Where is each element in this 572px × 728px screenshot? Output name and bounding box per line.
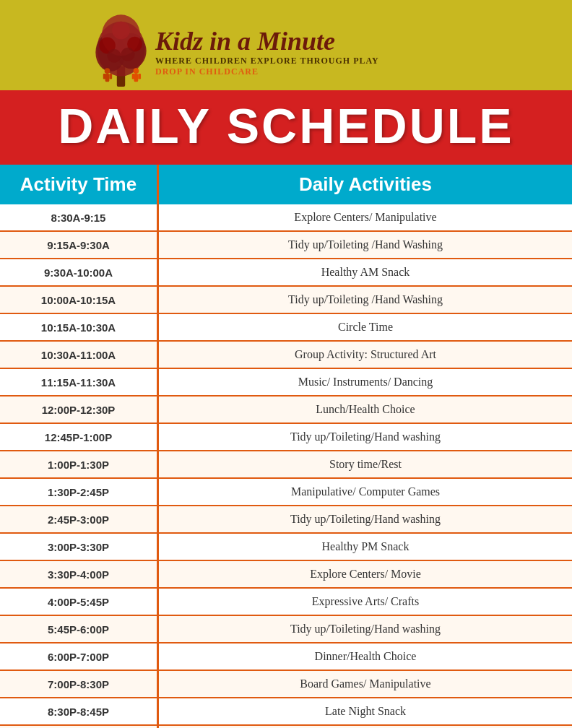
time-value: 6:00P-7:00P [48,651,109,663]
activity-cell: Manipulative/ Computer Games [159,479,572,505]
time-cell: 6:00P-7:00P [0,644,159,670]
svg-point-7 [112,22,130,40]
time-cell: 7:00P-8:30P [0,671,159,697]
time-value: 12:00P-12:30P [42,404,116,416]
time-cell: 8:30A-9:15 [0,204,159,230]
time-value: 1:30P-2:45P [48,486,109,498]
table-row: 3:30P-4:00PExplore Centers/ Movie [0,561,572,589]
svg-rect-17 [138,74,141,79]
activity-value: Explore Centers/ Manipulative [294,211,436,224]
time-value: 9:30A-10:00A [44,266,113,279]
table-header: Activity Time Daily Activities [0,165,572,204]
activity-value: Explore Centers/ Movie [310,568,421,581]
activity-cell: Group Activity: Structured Art [159,342,572,368]
time-cell: 8:30P-8:45P [0,698,159,724]
brand-name: Kidz in a Minute [155,27,379,56]
svg-point-14 [134,68,139,74]
svg-point-8 [108,49,121,63]
table-row: 8:30P-8:45PLate Night Snack [0,698,572,726]
time-cell: 4:00P-5:45P [0,589,159,615]
table-row: 1:00P-1:30PStory time/Rest [0,451,572,479]
svg-point-10 [105,68,110,74]
time-value: 10:30A-11:00A [41,349,116,361]
activity-value: Healthy PM Snack [322,540,410,553]
activity-value: Dinner/Health Choice [315,650,417,663]
schedule-table: 8:30A-9:15Explore Centers/ Manipulative9… [0,204,572,728]
activity-value: Late Night Snack [325,705,406,718]
table-row: 10:00A-10:15ATidy up/Toileting /Hand Was… [0,287,572,314]
time-value: 5:45P-6:00P [48,623,109,636]
activity-cell: Music/ Instruments/ Dancing [159,369,572,395]
activity-cell: Tidy up/Toileting /Hand Washing [159,232,572,258]
time-value: 8:30P-8:45P [48,706,109,718]
time-value: 1:00P-1:30P [48,459,109,471]
activity-value: Lunch/Health Choice [316,403,415,416]
activity-cell: Healthy AM Snack [159,259,572,285]
time-column-header: Activity Time [0,165,159,204]
table-row: 11:15A-11:30AMusic/ Instruments/ Dancing [0,369,572,396]
activity-value: Board Games/ Manipulative [300,677,430,690]
activity-cell: Circle Time [159,314,572,340]
time-value: 10:00A-10:15A [41,294,116,306]
logo-area: Kidz in a Minute WHERE CHILDREN EXPLORE … [0,0,572,108]
table-row: 3:00P-3:30PHealthy PM Snack [0,534,572,561]
activity-cell: Explore Centers/ Movie [159,561,572,587]
activity-cell: Tidy up/Toileting/Hand washing [159,616,572,642]
activity-cell: Tidy up/Toileting /Hand Washing [159,287,572,313]
time-cell: 9:15A-9:30A [0,232,159,258]
time-cell: 12:00P-12:30P [0,396,159,422]
activity-cell: Expressive Arts/ Crafts [159,589,572,615]
table-row: 4:00P-5:45PExpressive Arts/ Crafts [0,589,572,616]
table-row: 12:00P-12:30PLunch/Health Choice [0,396,572,424]
activity-value: Manipulative/ Computer Games [291,485,440,498]
time-cell: 1:30P-2:45P [0,479,159,505]
time-cell: 1:00P-1:30P [0,451,159,477]
activity-value: Tidy up/Toileting /Hand Washing [288,293,443,306]
time-value: 8:30A-9:15 [51,212,106,224]
activity-value: Tidy up/Toileting/Hand washing [290,623,441,636]
table-row: 10:15A-10:30ACircle Time [0,314,572,342]
table-row: 2:45P-3:00PTidy up/Toileting/Hand washin… [0,506,572,534]
activity-value: Tidy up/Toileting/Hand washing [290,513,441,526]
time-value: 10:15A-10:30A [41,321,116,334]
time-cell: 10:30A-11:00A [0,342,159,368]
time-cell: 10:00A-10:15A [0,287,159,313]
activity-value: Healthy AM Snack [321,266,410,279]
activity-value: Music/ Instruments/ Dancing [298,376,433,389]
time-value: 9:15A-9:30A [47,239,110,251]
activity-value: Tidy up/Toileting/Hand washing [290,430,441,443]
svg-rect-12 [103,74,106,79]
activity-value: Expressive Arts/ Crafts [312,595,419,608]
time-value: 4:00P-5:45P [48,596,109,608]
activity-value: Story time/Rest [329,458,402,471]
svg-point-9 [121,48,135,61]
activity-cell: Lunch/Health Choice [159,396,572,422]
table-row: 1:30P-2:45PManipulative/ Computer Games [0,479,572,506]
time-cell: 3:30P-4:00P [0,561,159,587]
tree-icon [87,11,155,94]
activity-cell: Late Night Snack [159,698,572,724]
table-row: 8:30A-9:15Explore Centers/ Manipulative [0,204,572,232]
activity-cell: Healthy PM Snack [159,534,572,560]
table-row: 12:45P-1:00PTidy up/Toileting/Hand washi… [0,424,572,451]
activity-value: Tidy up/Toileting /Hand Washing [288,238,443,251]
brand-text: Kidz in a Minute WHERE CHILDREN EXPLORE … [155,27,379,78]
time-value: 3:00P-3:30P [48,541,109,553]
table-row: 7:00P-8:30PBoard Games/ Manipulative [0,671,572,698]
table-row: 10:30A-11:00AGroup Activity: Structured … [0,342,572,369]
table-row: 9:15A-9:30ATidy up/Toileting /Hand Washi… [0,232,572,259]
brand-tagline: WHERE CHILDREN EXPLORE THROUGH PLAY [155,56,379,66]
table-row: 9:30A-10:00AHealthy AM Snack [0,259,572,287]
time-value: 12:45P-1:00P [45,431,112,443]
time-cell: 3:00P-3:30P [0,534,159,560]
activity-cell: Tidy up/Toileting/Hand washing [159,506,572,532]
header-section: Kidz in a Minute WHERE CHILDREN EXPLORE … [0,0,572,112]
brand-sub: DROP IN CHILDCARE [155,66,379,77]
time-cell: 9:30A-10:00A [0,259,159,285]
activity-cell: Story time/Rest [159,451,572,477]
time-value: 7:00P-8:30P [48,678,109,690]
activity-value: Group Activity: Structured Art [295,348,436,361]
svg-rect-16 [132,74,135,79]
time-cell: 5:45P-6:00P [0,616,159,642]
time-cell: 12:45P-1:00P [0,424,159,450]
